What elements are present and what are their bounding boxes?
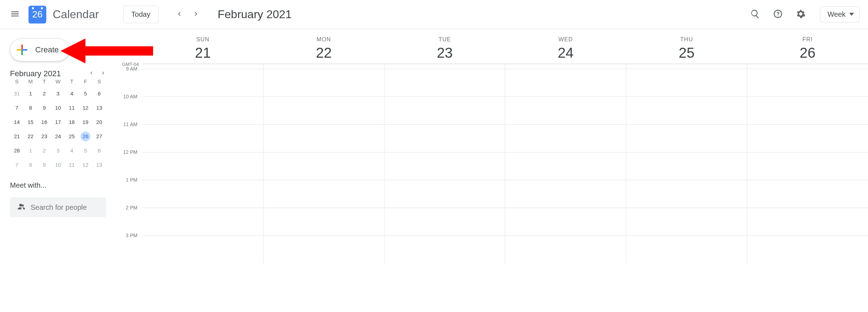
mini-day-cell[interactable]: 24 [51, 131, 65, 141]
time-cell[interactable] [384, 69, 505, 97]
mini-day-cell[interactable]: 5 [79, 146, 93, 156]
time-cell[interactable] [263, 208, 384, 235]
time-cell[interactable] [384, 97, 505, 124]
mini-day-cell[interactable]: 7 [10, 160, 24, 170]
settings-button[interactable] [792, 6, 809, 23]
time-cell[interactable] [142, 208, 263, 235]
view-switcher[interactable]: Week [820, 6, 859, 22]
mini-day-cell[interactable]: 31 [10, 89, 24, 99]
time-cell[interactable] [384, 236, 505, 263]
create-button[interactable]: Create [10, 38, 69, 61]
mini-day-cell[interactable]: 9 [37, 103, 51, 113]
mini-day-cell[interactable]: 16 [37, 117, 51, 127]
time-cell[interactable] [263, 152, 384, 180]
mini-day-cell[interactable]: 2 [37, 146, 51, 156]
mini-day-cell[interactable]: 1 [24, 89, 38, 99]
mini-day-cell[interactable]: 15 [24, 117, 38, 127]
time-cell[interactable] [142, 236, 263, 263]
mini-day-cell[interactable]: 27 [92, 131, 106, 141]
time-cell[interactable] [505, 97, 626, 124]
mini-day-cell[interactable]: 9 [37, 160, 51, 170]
mini-day-cell[interactable]: 13 [92, 160, 106, 170]
time-cell[interactable] [142, 97, 263, 124]
mini-day-cell[interactable]: 3 [51, 89, 65, 99]
time-grid[interactable]: GMT-04 9 AM10 AM11 AM12 PM1 PM2 PM3 PM [114, 64, 868, 312]
mini-day-cell[interactable]: 28 [10, 146, 24, 156]
next-period-button[interactable] [188, 7, 204, 22]
mini-day-cell[interactable]: 5 [79, 89, 93, 99]
mini-day-cell[interactable]: 12 [79, 103, 93, 113]
app-logo[interactable]: 26 Calendar [28, 6, 99, 24]
mini-day-cell[interactable]: 26 [80, 131, 90, 141]
time-cell[interactable] [263, 125, 384, 152]
today-button[interactable]: Today [123, 6, 158, 23]
time-cell[interactable] [747, 125, 868, 152]
mini-day-cell[interactable]: 19 [79, 117, 93, 127]
time-cell[interactable] [505, 152, 626, 180]
prev-period-button[interactable] [171, 7, 187, 22]
time-cell[interactable] [505, 125, 626, 152]
allday-cell[interactable] [505, 64, 626, 69]
time-cell[interactable] [384, 180, 505, 208]
allday-cell[interactable] [747, 64, 868, 69]
search-button[interactable] [747, 6, 764, 23]
allday-cell[interactable] [384, 64, 505, 69]
day-column-header[interactable]: SUN21 [142, 29, 263, 61]
time-cell[interactable] [626, 125, 747, 152]
mini-day-cell[interactable]: 21 [10, 131, 24, 141]
mini-day-cell[interactable]: 8 [24, 160, 38, 170]
time-cell[interactable] [626, 236, 747, 263]
time-cell[interactable] [626, 152, 747, 180]
day-column-header[interactable]: WED24 [505, 29, 626, 61]
time-cell[interactable] [747, 180, 868, 208]
mini-day-cell[interactable]: 22 [24, 131, 38, 141]
time-cell[interactable] [747, 208, 868, 235]
mini-day-cell[interactable]: 6 [92, 146, 106, 156]
time-cell[interactable] [142, 69, 263, 97]
time-cell[interactable] [384, 125, 505, 152]
time-cell[interactable] [747, 236, 868, 263]
day-column-header[interactable]: MON22 [263, 29, 385, 61]
time-cell[interactable] [747, 97, 868, 124]
mini-day-cell[interactable]: 14 [10, 117, 24, 127]
allday-cell[interactable] [263, 64, 384, 69]
mini-day-cell[interactable]: 11 [65, 103, 79, 113]
time-cell[interactable] [505, 236, 626, 263]
mini-day-cell[interactable]: 6 [92, 89, 106, 99]
search-people-input[interactable] [31, 203, 100, 212]
mini-day-cell[interactable]: 4 [65, 89, 79, 99]
allday-cell[interactable] [142, 64, 263, 69]
mini-day-cell[interactable]: 4 [65, 146, 79, 156]
mini-day-cell[interactable]: 7 [10, 103, 24, 113]
day-column-header[interactable]: FRI26 [747, 29, 868, 61]
time-cell[interactable] [263, 97, 384, 124]
time-cell[interactable] [505, 69, 626, 97]
mini-prev-month-button[interactable] [88, 70, 94, 77]
time-cell[interactable] [384, 152, 505, 180]
mini-next-month-button[interactable] [100, 70, 106, 77]
time-cell[interactable] [626, 69, 747, 97]
day-column-header[interactable]: TUE23 [384, 29, 505, 61]
mini-day-cell[interactable]: 2 [37, 89, 51, 99]
mini-day-cell[interactable]: 1 [24, 146, 38, 156]
time-cell[interactable] [505, 208, 626, 235]
mini-day-cell[interactable]: 23 [37, 131, 51, 141]
mini-day-cell[interactable]: 11 [65, 160, 79, 170]
time-cell[interactable] [747, 69, 868, 97]
time-cell[interactable] [142, 125, 263, 152]
time-cell[interactable] [626, 208, 747, 235]
mini-day-cell[interactable]: 18 [65, 117, 79, 127]
mini-day-cell[interactable]: 25 [65, 131, 79, 141]
time-cell[interactable] [263, 236, 384, 263]
time-cell[interactable] [384, 208, 505, 235]
mini-day-cell[interactable]: 12 [79, 160, 93, 170]
mini-day-cell[interactable]: 10 [51, 103, 65, 113]
time-cell[interactable] [747, 152, 868, 180]
time-cell[interactable] [626, 180, 747, 208]
time-cell[interactable] [505, 180, 626, 208]
day-column-header[interactable]: THU25 [626, 29, 747, 61]
mini-day-cell[interactable]: 3 [51, 146, 65, 156]
mini-day-cell[interactable]: 17 [51, 117, 65, 127]
search-people-field[interactable] [10, 197, 106, 217]
help-button[interactable] [769, 6, 786, 23]
